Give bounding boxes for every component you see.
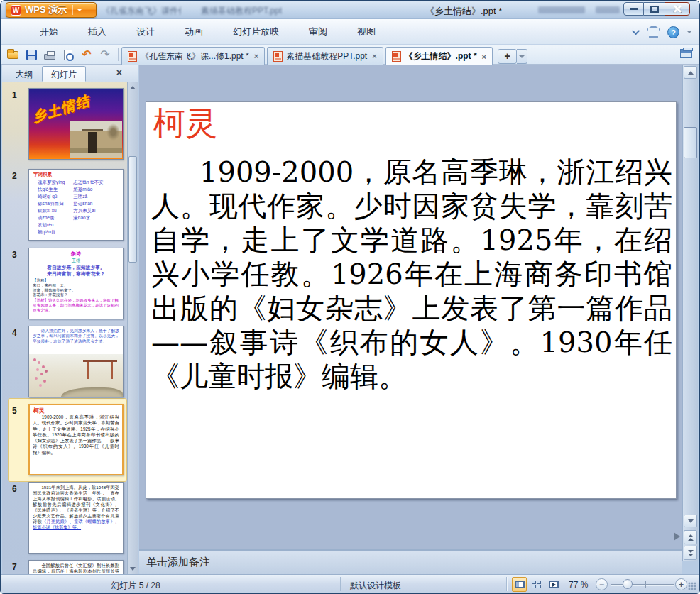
titlebar-doc-tab[interactable] [538, 6, 585, 13]
menubar-right-controls: ? [634, 19, 692, 45]
redo-button[interactable]: ↷ [97, 47, 113, 62]
photo-tree [106, 123, 120, 141]
slide-thumbnail-1[interactable]: 乡土情结 [28, 88, 124, 160]
next-slide-button[interactable] [684, 546, 697, 560]
rocks [61, 387, 123, 397]
close-tab-icon[interactable]: × [254, 52, 258, 60]
scroll-up-button[interactable] [128, 83, 137, 92]
titlebar-doc-tab[interactable]: 《孔雀东南飞》课件修改1.ppt [102, 5, 181, 16]
menu-insert[interactable]: 插入 [73, 19, 121, 45]
collapse-ribbon-icon[interactable] [632, 27, 640, 35]
analysis-text: 诗人漂泊在外，见到故乡来人，急于了解故乡之事，却只问窗前寒梅开了没有。以小见大，… [29, 326, 123, 344]
slide-thumbnail-6[interactable]: 1931年来到上海。从此，除1948年因受国民党政府迫害去香港生活一年外，一直在… [28, 482, 124, 554]
toolbar-divider [118, 48, 119, 61]
sidebar-scroll-thumb[interactable] [128, 156, 137, 263]
titlebar-doc-tab[interactable] [596, 6, 620, 13]
titlebar-doc-tab[interactable]: 素描基础教程PPT.ppt [201, 5, 295, 16]
close-button[interactable] [665, 2, 690, 16]
slideshow-icon [549, 581, 559, 588]
save-button[interactable] [23, 47, 39, 62]
restore-button[interactable] [644, 2, 665, 16]
current-slide-canvas[interactable]: 柯灵 1909-2000，原名高季琳，浙江绍兴人。现代作家。少时因家贫失学，靠刻… [146, 101, 677, 499]
menu-animation[interactable]: 动画 [170, 19, 218, 45]
notes-pane[interactable]: 单击添加备注 [139, 549, 682, 574]
wps-app-button[interactable]: W WPS 演示 [6, 2, 97, 18]
zoom-slider-tick [645, 581, 646, 588]
zoom-slider-track[interactable] [611, 584, 674, 585]
resize-grip[interactable] [688, 582, 696, 590]
new-tab-button[interactable]: + [498, 49, 517, 64]
menu-review[interactable]: 审阅 [294, 19, 342, 45]
quick-access-toolbar: ↶ ↷ [5, 47, 129, 62]
print-preview-button[interactable] [60, 47, 76, 62]
document-tabs: 《孔雀东南飞》课...修1.ppt * × 素描基础教程PPT.ppt × 《乡… [121, 46, 527, 65]
help-icon[interactable]: ? [667, 26, 679, 38]
slide-thumbnail-3[interactable]: 杂诗 王维 君自故乡来，应知故乡事。 来日绮窗前，寒梅著花未？ 【注释】 来日：… [28, 248, 124, 319]
print-icon [44, 54, 55, 60]
app-menu-arrow-icon[interactable] [77, 9, 82, 11]
undo-button[interactable]: ↶ [79, 47, 94, 62]
doc-tab-kongque[interactable]: 《孔雀东南飞》课...修1.ppt * × [121, 47, 265, 65]
slide-sorter-button[interactable] [529, 577, 544, 592]
open-button[interactable] [5, 47, 21, 62]
zoom-slider-thumb[interactable] [623, 579, 633, 589]
poem-analysis: 【赏析】诗人久居在外，忽遇故乡来人，急欲了解故乡风物人事，却只问寒梅著花未，表达… [33, 298, 119, 312]
thumb-body: 全国解放后曾任《文汇报》副社长兼副总编辑，后历任上海电影剧本创作所所长等职。 [29, 561, 123, 574]
panel-close-icon[interactable]: × [116, 67, 122, 77]
slide-thumbnail-5-selected[interactable]: 柯灵 1909-2000，原名高季琳，浙江绍兴人。现代作家。少时因家贫失学，靠刻… [28, 404, 124, 475]
menu-view[interactable]: 视图 [342, 19, 390, 45]
main-scroll-thumb[interactable] [684, 127, 697, 158]
photo-door [88, 132, 97, 153]
thumb-title: 柯灵 [30, 405, 122, 414]
ink-painting [29, 354, 123, 397]
new-tab-dropdown[interactable] [517, 49, 527, 64]
down-arrow-icon [688, 519, 694, 523]
slide-thumbnail-4[interactable]: 诗人漂泊在外，见到故乡来人，急于了解故乡之事，却只问窗前寒梅开了没有。以小见大，… [28, 326, 124, 397]
slide-number: 5 [12, 406, 26, 416]
tab-outline[interactable]: 大纲 [6, 66, 42, 82]
menu-design[interactable]: 设计 [121, 19, 170, 45]
slide-title[interactable]: 柯灵 [153, 102, 217, 145]
view-buttons [512, 577, 561, 592]
slide-number: 2 [12, 171, 26, 181]
slide-panel: 大纲 幻灯片 × 1 乡土情结 2 字词积累 魂牵梦萦yíng 怯qiè生生 崎… [2, 65, 138, 574]
normal-view-button[interactable] [512, 577, 527, 592]
scroll-down-button[interactable] [128, 564, 137, 573]
doc-tab-xiangtu-active[interactable]: 《乡土情结》.ppt * × [385, 47, 493, 65]
print-button[interactable] [42, 47, 58, 62]
slide-thumbnail-7[interactable]: 全国解放后曾任《文汇报》副社长兼副总编辑，后历任上海电影剧本创作所所长等职。 [28, 560, 124, 574]
slide-body-text[interactable]: 1909-2000，原名高季琳，浙江绍兴人。现代作家。少时因家贫失学，靠刻苦自学… [151, 155, 672, 393]
double-down-arrow-icon [688, 550, 694, 556]
zoom-in-button[interactable]: + [675, 578, 687, 590]
play-from-slide-icon[interactable] [674, 532, 680, 541]
slide-number: 7 [12, 562, 26, 572]
titlebar-active-doc[interactable]: 《乡土情结》.ppt * [425, 5, 502, 18]
scroll-down-button[interactable] [684, 515, 697, 527]
main-scrollbar[interactable] [682, 65, 698, 561]
double-up-arrow-icon [688, 534, 694, 541]
scroll-up-button[interactable] [684, 66, 697, 79]
tab-slides[interactable]: 幻灯片 [42, 66, 86, 82]
zoom-percent: 77 % [569, 580, 588, 590]
work-title-links: 《月亮姑娘》、童话《蝴蝶的故事》、短篇小说《掠影集》等。 [33, 519, 119, 529]
previous-slide-button[interactable] [684, 530, 697, 544]
switch-windows-icon[interactable] [680, 49, 692, 58]
slideshow-button[interactable] [546, 577, 561, 592]
doc-tab-sumiao[interactable]: 素描基础教程PPT.ppt × [267, 47, 383, 65]
slide-thumbnail-2[interactable]: 字词积累 魂牵梦萦yíng 怯qiè生生 崎岖qí qū 铩shā羽而归 欷歔x… [28, 169, 124, 241]
ppt-file-icon [273, 51, 283, 62]
undo-icon: ↶ [82, 49, 91, 60]
up-arrow-icon [688, 71, 694, 75]
close-tab-icon[interactable]: × [372, 52, 376, 60]
sidebar-scrollbar[interactable] [127, 82, 138, 574]
help-dropdown-icon[interactable] [687, 31, 692, 33]
design-template-name[interactable]: 默认设计模板 [350, 580, 401, 592]
skin-theme-icon[interactable] [647, 26, 660, 38]
close-tab-icon[interactable]: × [482, 53, 486, 61]
menu-slideshow[interactable]: 幻灯片放映 [218, 19, 294, 45]
app-name: WPS 演示 [25, 4, 67, 16]
minimize-button[interactable] [623, 2, 644, 16]
menu-home[interactable]: 开始 [25, 19, 73, 45]
slide-number: 6 [12, 484, 26, 494]
zoom-out-button[interactable]: − [596, 578, 608, 590]
